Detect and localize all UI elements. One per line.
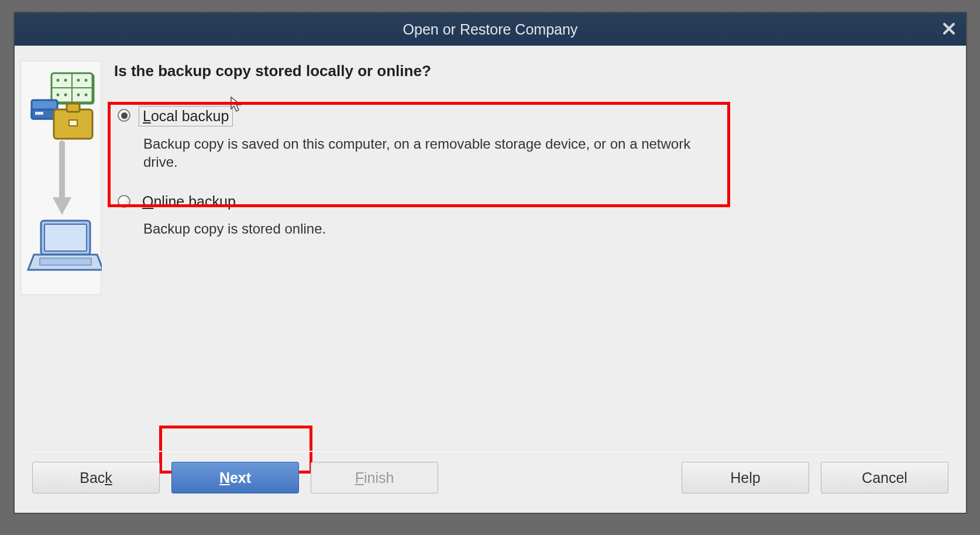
dialog-body: Is the backup copy stored locally or onl… <box>15 46 966 513</box>
svg-point-11 <box>64 94 67 97</box>
svg-point-12 <box>77 94 80 97</box>
radio-online-backup[interactable] <box>118 195 130 208</box>
wizard-content: Is the backup copy stored locally or onl… <box>114 62 948 259</box>
option-online-text: Online backup Backup copy is stored onli… <box>139 192 326 238</box>
option-online-label: Online backup <box>139 192 239 211</box>
back-button[interactable]: Back <box>32 462 160 493</box>
footer-separator <box>32 451 948 452</box>
finish-button: Finish <box>311 462 438 493</box>
svg-point-8 <box>77 79 80 82</box>
svg-rect-16 <box>35 112 43 115</box>
svg-marker-21 <box>53 197 71 215</box>
svg-point-13 <box>85 94 88 97</box>
option-local-text: Local backup Backup copy is saved on thi… <box>139 106 700 171</box>
option-local-backup[interactable]: Local backup Backup copy is saved on thi… <box>118 106 948 171</box>
wizard-side-graphic <box>20 61 101 295</box>
svg-rect-18 <box>67 104 80 112</box>
footer-buttons: Back Next Finish Help Cancel <box>32 460 948 495</box>
close-icon <box>943 22 955 35</box>
radio-local-backup[interactable] <box>118 109 130 122</box>
svg-point-6 <box>57 79 60 82</box>
svg-point-10 <box>57 94 60 97</box>
svg-point-7 <box>64 79 67 82</box>
option-online-backup[interactable]: Online backup Backup copy is stored onli… <box>118 192 948 238</box>
next-button[interactable]: Next <box>171 462 299 493</box>
svg-rect-19 <box>69 120 77 126</box>
help-button[interactable]: Help <box>682 462 809 493</box>
svg-rect-24 <box>40 258 91 265</box>
option-local-label: Local backup <box>139 106 233 126</box>
titlebar: Open or Restore Company <box>15 13 966 46</box>
option-online-desc: Backup copy is stored online. <box>139 220 326 238</box>
cancel-button[interactable]: Cancel <box>821 462 948 493</box>
svg-point-9 <box>85 79 88 82</box>
page-heading: Is the backup copy stored locally or onl… <box>114 62 948 80</box>
svg-rect-23 <box>44 224 87 251</box>
option-local-desc: Backup copy is saved on this computer, o… <box>139 135 700 171</box>
dialog-title: Open or Restore Company <box>403 21 578 38</box>
dialog-window: Open or Restore Company <box>15 13 966 513</box>
screenshot-root: Open or Restore Company <box>0 0 980 535</box>
close-button[interactable] <box>943 20 955 38</box>
